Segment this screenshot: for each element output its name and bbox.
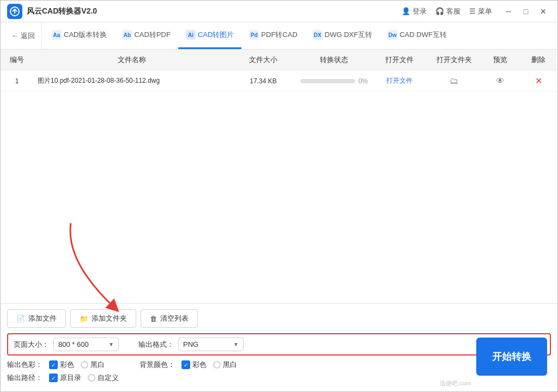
start-convert-button[interactable]: 开始转换 [476, 338, 547, 376]
login-button[interactable]: 👤 登录 [402, 7, 427, 16]
menu-icon: ☰ [469, 7, 476, 15]
tab-cad-dwf[interactable]: Dw CAD DWF互转 [380, 22, 454, 49]
bg-blackwhite-radio [213, 361, 221, 369]
support-button[interactable]: 🎧 客服 [435, 7, 460, 16]
col-header-status: 转换状态 [296, 55, 372, 65]
progress-text: 0% [359, 77, 368, 85]
content-area: 编号 文件名称 文件大小 转换状态 打开文件 打开文件夹 预览 删除 1 图片1… [1, 50, 557, 303]
bg-color-option[interactable]: ✓ 彩色 [181, 360, 207, 370]
watermark: 迅捷吧.com [440, 379, 471, 388]
cell-id: 1 [1, 77, 33, 85]
output-format-label: 输出格式： [138, 340, 174, 350]
dwg-dxf-icon: DX [313, 30, 323, 40]
col-header-preview: 预览 [481, 55, 519, 65]
cell-filename: 图片10.pdf-2021-01-28-08-36-50-112.dwg [33, 76, 231, 85]
main-window: 风云CAD转换器V2.0 👤 登录 🎧 客服 ☰ 菜单 ─ □ ✕ ← 返回 [0, 0, 558, 392]
tab-cad-pdf[interactable]: Ab CAD转PDF [114, 22, 178, 49]
output-color-label: 输出色彩： [7, 360, 43, 370]
tab-dwg-dxf[interactable]: DX DWG DXF互转 [305, 22, 380, 49]
chevron-down-icon: ▼ [108, 341, 114, 347]
tab-cad-version[interactable]: Aa CAD版本转换 [44, 22, 114, 49]
title-actions: 👤 登录 🎧 客服 ☰ 菜单 [402, 7, 492, 16]
clear-icon: 🗑 [150, 315, 157, 323]
add-file-icon: 📄 [16, 315, 25, 323]
cad-image-icon: Ai [186, 30, 196, 40]
preview-icon[interactable]: 👁 [496, 76, 505, 85]
custom-dir-radio [88, 374, 95, 382]
col-header-openfolder: 打开文件夹 [427, 55, 481, 65]
col-header-id: 编号 [1, 55, 33, 65]
app-logo [7, 4, 22, 19]
blackwhite-radio [81, 361, 88, 369]
bg-color-checkbox: ✓ [181, 360, 190, 369]
window-controls: ─ □ ✕ [501, 4, 551, 19]
col-header-filename: 文件名称 [33, 55, 231, 65]
add-folder-button[interactable]: 📁 添加文件夹 [70, 309, 136, 328]
original-dir-option[interactable]: ✓ 原目录 [49, 373, 81, 383]
headset-icon: 🎧 [435, 7, 444, 15]
maximize-button[interactable]: □ [518, 4, 533, 19]
original-dir-checkbox: ✓ [49, 373, 58, 382]
cell-openfile[interactable]: 打开文件 [372, 76, 427, 85]
cell-delete[interactable]: ✕ [519, 76, 557, 86]
back-arrow-icon: ← [11, 32, 19, 40]
progress-bar [300, 79, 355, 83]
color-option[interactable]: ✓ 彩色 [49, 360, 74, 370]
tab-pdf-cad[interactable]: Pd PDF转CAD [241, 22, 305, 49]
title-bar: 风云CAD转换器V2.0 👤 登录 🎧 客服 ☰ 菜单 ─ □ ✕ [1, 1, 557, 22]
output-path-label: 输出路径： [7, 373, 43, 383]
color-checkbox: ✓ [49, 360, 58, 369]
custom-dir-option[interactable]: 自定义 [88, 373, 119, 383]
blackwhite-option[interactable]: 黑白 [81, 360, 105, 370]
menu-button[interactable]: ☰ 菜单 [469, 7, 492, 16]
back-button[interactable]: ← 返回 [5, 22, 42, 49]
bottom-buttons-row: 📄 添加文件 📁 添加文件夹 🗑 清空列表 [7, 309, 551, 328]
user-icon: 👤 [402, 7, 410, 15]
cell-status: 0% [296, 77, 372, 85]
color-options-row: 输出色彩： ✓ 彩色 黑白 背景颜色： ✓ 彩色 黑白 [7, 360, 551, 370]
cell-preview[interactable]: 👁 [481, 76, 519, 86]
cell-openfolder[interactable]: 🗂 [427, 76, 481, 86]
bg-color-label: 背景颜色： [140, 360, 175, 370]
options-row: 页面大小： 800 * 600 ▼ 输出格式： PNG ▼ [7, 333, 551, 356]
close-button[interactable]: ✕ [536, 4, 551, 19]
table-body: 1 图片10.pdf-2021-01-28-08-36-50-112.dwg 1… [1, 70, 557, 303]
tab-cad-image[interactable]: Ai CAD转图片 [178, 22, 241, 49]
cad-version-icon: Aa [52, 30, 62, 40]
add-folder-icon: 📁 [80, 315, 88, 323]
open-file-link[interactable]: 打开文件 [386, 77, 413, 84]
cad-dwf-icon: Dw [387, 30, 397, 40]
bottom-bar: 📄 添加文件 📁 添加文件夹 🗑 清空列表 页面大小： 800 * 600 ▼ … [1, 303, 557, 391]
open-folder-icon[interactable]: 🗂 [450, 76, 458, 85]
clear-list-button[interactable]: 🗑 清空列表 [141, 309, 198, 328]
page-size-select[interactable]: 800 * 600 ▼ [53, 338, 119, 351]
table-row: 1 图片10.pdf-2021-01-28-08-36-50-112.dwg 1… [1, 70, 557, 92]
col-header-filesize: 文件大小 [231, 55, 296, 65]
pdf-cad-icon: Pd [249, 30, 259, 40]
page-size-label: 页面大小： [14, 340, 49, 350]
minimize-button[interactable]: ─ [501, 4, 516, 19]
app-title: 风云CAD转换器V2.0 [27, 7, 402, 16]
delete-icon[interactable]: ✕ [535, 76, 542, 85]
col-header-openfile: 打开文件 [372, 55, 427, 65]
table-header: 编号 文件名称 文件大小 转换状态 打开文件 打开文件夹 预览 删除 [1, 50, 557, 70]
toolbar: ← 返回 Aa CAD版本转换 Ab CAD转PDF Ai CAD转图片 Pd … [1, 22, 557, 50]
output-format-select[interactable]: PNG ▼ [178, 338, 244, 351]
bg-blackwhite-option[interactable]: 黑白 [213, 360, 237, 370]
col-header-delete: 删除 [519, 55, 557, 65]
add-file-button[interactable]: 📄 添加文件 [7, 309, 66, 328]
cell-filesize: 17.34 KB [231, 77, 296, 85]
cad-pdf-icon: Ab [122, 30, 132, 40]
chevron-down-icon-2: ▼ [233, 341, 239, 347]
